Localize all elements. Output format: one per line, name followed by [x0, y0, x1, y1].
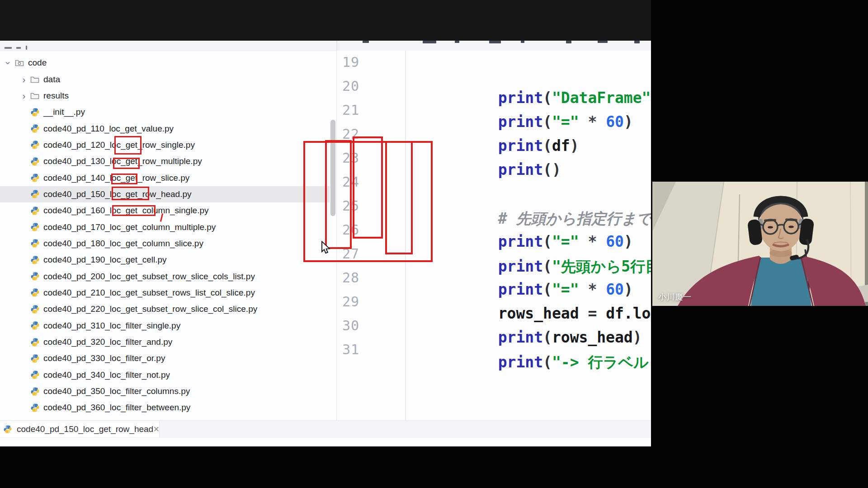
tree-item[interactable]: code40_pd_320_loc_filter_and.py [0, 334, 337, 350]
tree-item-label: code40_pd_320_loc_filter_and.py [43, 337, 172, 347]
tab-label: code40_pd_150_loc_get_row_head [17, 424, 153, 434]
python-icon [30, 321, 40, 331]
line-number: 29 [337, 294, 359, 310]
code-line[interactable]: 24 # 先頭から指定行まで [337, 171, 651, 195]
bottom-black-bar [0, 446, 651, 488]
line-number: 25 [337, 198, 359, 214]
line-number: 27 [337, 246, 359, 262]
tree-scrollbar[interactable] [330, 120, 335, 216]
screen-share: › code › data › [0, 41, 651, 446]
tree-item-label: results [43, 91, 69, 101]
video-call-app: › code › data › [0, 0, 868, 488]
python-icon [30, 337, 40, 347]
chevron-icon[interactable]: › [18, 75, 30, 84]
tree-item[interactable]: code40_pd_220_loc_get_subset_row_slice_c… [0, 301, 337, 317]
line-number: 21 [337, 102, 359, 118]
tree-item-label: code40_pd_350_loc_filter_columns.py [43, 386, 190, 396]
participant-name: 小川慶一 [658, 291, 692, 302]
code-line[interactable]: 19 print("DataFrame") [337, 52, 651, 75]
project-tree[interactable]: › code › data › [0, 55, 337, 416]
python-icon [30, 124, 40, 134]
webcam-tile: 小川慶一 [652, 182, 868, 306]
tree-item[interactable]: code40_pd_200_loc_get_subset_row_slice_c… [0, 268, 337, 284]
python-icon [30, 353, 40, 363]
sources-folder-icon [14, 58, 24, 68]
code-line[interactable]: 31 [337, 339, 651, 363]
python-icon [30, 386, 40, 396]
code-line[interactable]: 28 rows_head = df.loc[:5] [337, 267, 651, 291]
code-line[interactable]: 23 [337, 147, 651, 171]
folder-icon [30, 75, 40, 84]
tree-item[interactable]: code40_pd_190_loc_get_cell.py [0, 252, 337, 268]
tree-item[interactable]: code40_pd_180_loc_get_column_slice.py [0, 235, 337, 252]
python-icon [3, 424, 13, 434]
code-line[interactable]: 20 print("=" * 60) [337, 75, 651, 99]
python-icon [30, 173, 40, 183]
line-number: 24 [337, 174, 359, 190]
code-line[interactable]: 21 print(df) [337, 99, 651, 123]
python-icon [30, 206, 40, 216]
line-number: 30 [337, 318, 359, 333]
tree-item[interactable]: code40_pd_350_loc_filter_columns.py [0, 383, 337, 399]
line-number: 19 [337, 54, 359, 70]
tree-item[interactable]: code40_pd_160_loc_get_column_single.py [0, 202, 337, 219]
folder-icon [30, 91, 40, 101]
tree-item-label: code40_pd_170_loc_get_column_multiple.py [43, 222, 216, 232]
tree-item-label: code40_pd_140_loc_get_row_slice.py [43, 173, 189, 183]
code-line[interactable]: 29 print(rows_head) [337, 291, 651, 315]
code-line[interactable]: 22 print() [337, 123, 651, 147]
chevron-icon[interactable]: › [18, 91, 30, 100]
webcam-video [652, 182, 868, 306]
chevron-icon[interactable]: › [4, 57, 14, 69]
tree-item-label: code40_pd_190_loc_get_cell.py [43, 255, 167, 265]
code-editor[interactable]: 19 print("DataFrame") 20 print("=" * 60)… [337, 51, 651, 421]
line-number: 28 [337, 270, 359, 286]
tree-item-label: code40_pd_160_loc_get_column_single.py [43, 206, 209, 216]
tab-close-icon[interactable]: × [153, 424, 159, 434]
tree-item-label: code [28, 58, 47, 68]
tree-item[interactable]: › code [0, 55, 337, 71]
code-line[interactable]: 27 print("=" * 60) [337, 243, 651, 267]
tree-item-label: code40_pd_180_loc_get_column_slice.py [43, 239, 203, 249]
line-number: 26 [337, 222, 359, 238]
tree-item[interactable]: code40_pd_210_loc_get_subset_rows_list_c… [0, 285, 337, 301]
tree-item[interactable]: code40_pd_170_loc_get_column_multiple.py [0, 219, 337, 235]
tree-item[interactable]: code40_pd_110_loc_get_value.py [0, 120, 337, 136]
tree-item[interactable]: › data [0, 71, 337, 87]
python-icon [30, 107, 40, 117]
line-number: 23 [337, 150, 359, 166]
tree-item[interactable]: code40_pd_340_loc_filter_not.py [0, 367, 337, 383]
tree-item[interactable]: code40_pd_120_loc_get_row_single.py [0, 137, 337, 153]
python-icon [30, 403, 40, 413]
tree-item-label: code40_pd_120_loc_get_row_single.py [43, 140, 195, 150]
line-number: 31 [337, 342, 359, 357]
tree-item-label: code40_pd_210_loc_get_subset_rows_list_c… [43, 288, 255, 298]
tree-item-label: __init__.py [43, 107, 85, 117]
tree-item-label: code40_pd_220_loc_get_subset_row_slice_c… [43, 304, 257, 314]
code-line[interactable]: 30 print("-> 行ラベル 0, 1, 2, 3, [337, 315, 651, 339]
python-icon [30, 222, 40, 232]
tree-item-label: code40_pd_150_loc_get_row_head.py [43, 189, 192, 199]
code-line[interactable]: 25 print("=" * 60) [337, 195, 651, 219]
python-icon [30, 156, 40, 166]
line-number: 22 [337, 126, 359, 142]
tree-item[interactable]: code40_pd_310_loc_filter_single.py [0, 318, 337, 334]
python-icon [30, 189, 40, 199]
python-icon [30, 140, 40, 150]
code-line[interactable]: 26 print("先頭から5行目まで: df.loc[ [337, 219, 651, 243]
python-icon [30, 288, 40, 298]
tree-item-label: data [43, 75, 60, 84]
tree-item-label: code40_pd_130_loc_get_row_multiple.py [43, 156, 202, 166]
tree-item[interactable]: › results [0, 88, 337, 104]
tree-item[interactable]: code40_pd_150_loc_get_row_head.py [0, 186, 337, 202]
tree-item[interactable]: code40_pd_360_loc_filter_between.py [0, 399, 337, 416]
tree-item[interactable]: code40_pd_330_loc_filter_or.py [0, 350, 337, 366]
tree-item[interactable]: code40_pd_140_loc_get_row_slice.py [0, 169, 337, 186]
tree-item[interactable]: code40_pd_130_loc_get_row_multiple.py [0, 153, 337, 169]
tree-item[interactable]: __init__.py [0, 104, 337, 120]
tree-item-label: code40_pd_110_loc_get_value.py [43, 124, 174, 134]
editor-tab-bar: code40_pd_150_loc_get_row_head × [0, 420, 651, 438]
python-icon [30, 304, 40, 314]
python-icon [30, 272, 40, 282]
tab-active-file[interactable]: code40_pd_150_loc_get_row_head × [0, 421, 160, 437]
